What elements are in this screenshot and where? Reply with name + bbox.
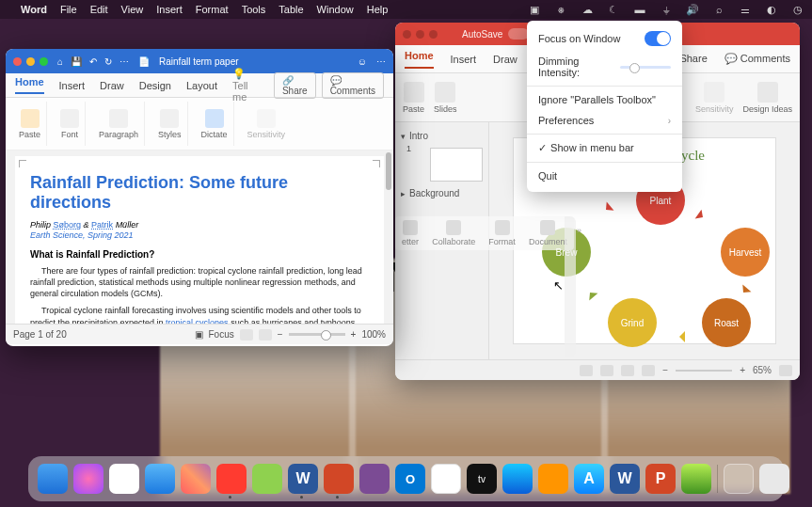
zoom-slider[interactable] [676,370,732,372]
tab-draw[interactable]: Draw [100,80,124,91]
zoom-slider[interactable] [289,333,345,336]
tell-me[interactable]: Tell me [232,80,248,103]
menu-edit[interactable]: Edit [90,4,108,15]
tab-layout[interactable]: Layout [186,80,217,91]
status-tray-icon[interactable]: ▣ [528,3,541,16]
styles-icon[interactable] [160,109,179,128]
dock-parallels-win[interactable] [324,464,354,494]
minimize-icon[interactable] [416,30,424,39]
dock-word2[interactable]: W [610,464,640,494]
document-paper[interactable]: Rainfall Prediction: Some future directi… [15,156,384,324]
ignore-option[interactable]: Ignore "Parallels Toolbox" [538,94,656,105]
status-clock-icon[interactable]: ◷ [791,3,804,16]
word-titlebar[interactable]: ⌂ 💾 ↶ ↻ ⋯ 📄 Rainfall term paper ☺ ⋯ [6,49,393,73]
status-tray-icon[interactable]: ⎈ [554,3,567,16]
status-moon-icon[interactable]: ☾ [607,3,620,16]
dock-books[interactable] [538,464,568,494]
menu-tools[interactable]: Tools [242,4,266,15]
dock-siri[interactable] [73,464,103,494]
overflow-icon[interactable]: ⋯ [376,56,386,67]
status-search-icon[interactable]: ⌕ [712,3,725,16]
font-icon[interactable] [60,109,79,128]
sync-icon[interactable]: ☺ [358,56,367,67]
dock-app2[interactable] [681,464,711,494]
page-indicator[interactable]: Page 1 of 20 [13,329,67,340]
tab-insert[interactable]: Insert [59,80,86,91]
chevron-right-icon[interactable]: ▸ [401,189,406,198]
dock-safari[interactable] [145,464,175,494]
view-normal-icon[interactable] [580,365,593,376]
design-ideas-icon[interactable] [757,82,778,103]
dock-downloads[interactable] [724,464,754,494]
paste-icon[interactable] [404,82,424,103]
more-icon[interactable]: ⋯ [119,56,129,67]
dock-powerpoint[interactable]: P [645,464,676,494]
hyperlink[interactable]: tropical cyclones [166,318,229,324]
comments-button[interactable]: 💬 Comments [322,72,384,99]
vertical-scrollbar[interactable] [386,152,391,190]
app-name[interactable]: Word [21,4,47,15]
menu-file[interactable]: File [60,4,77,15]
menu-table[interactable]: Table [279,4,303,15]
tab-draw[interactable]: Draw [493,54,517,65]
status-control-center-icon[interactable]: ⚌ [739,3,752,16]
dock-trash[interactable] [759,464,789,494]
dock-app[interactable] [252,464,282,494]
focus-on-window[interactable]: Focus on Window [538,33,620,44]
dock-photos[interactable] [181,464,211,494]
status-battery-icon[interactable]: ▬ [633,3,646,16]
tab-home[interactable]: Home [405,50,434,69]
dock-onenote[interactable] [359,464,390,494]
status-wifi-icon[interactable]: ⏚ [660,3,673,16]
view-sorter-icon[interactable] [600,365,613,376]
share-button[interactable]: 🔗 Share [274,72,316,99]
word-page-area[interactable]: Rainfall Prediction: Some future directi… [6,151,393,324]
maximize-icon[interactable] [40,57,48,66]
paragraph-icon[interactable] [109,109,128,128]
menu-insert[interactable]: Insert [156,4,183,15]
focus-toggle[interactable] [645,31,671,46]
dock-appstore[interactable]: A [574,464,604,494]
view-print-icon[interactable] [240,329,253,341]
show-in-menu-bar[interactable]: Show in menu bar [550,142,634,153]
view-slideshow-icon[interactable] [642,365,655,376]
chevron-down-icon[interactable]: ▾ [401,132,406,141]
redo-icon[interactable]: ↻ [104,56,112,67]
dock-outlook[interactable]: O [395,464,425,494]
menu-view[interactable]: View [121,4,144,15]
paste-icon[interactable] [21,109,40,128]
ppt-comments[interactable]: Comments [740,53,790,64]
chevron-right-icon[interactable]: » [577,226,581,235]
close-icon[interactable] [13,57,22,66]
view-web-icon[interactable] [259,329,272,341]
save-icon[interactable]: 💾 [71,56,82,67]
dock-edge[interactable] [502,464,533,494]
preferences-option[interactable]: Preferences [538,115,594,126]
dock-paint[interactable] [431,464,461,494]
dock-appletv[interactable]: tv [467,464,497,494]
maximize-icon[interactable] [429,30,438,39]
menu-window[interactable]: Window [317,4,354,15]
view-reading-icon[interactable] [621,365,634,376]
quit-option[interactable]: Quit [538,170,557,182]
outline-background[interactable]: Background [409,188,459,198]
dimming-slider[interactable] [620,66,671,69]
fit-icon[interactable] [779,365,792,376]
status-siri-icon[interactable]: ◐ [765,3,778,16]
tab-insert[interactable]: Insert [451,54,477,65]
tab-home[interactable]: Home [15,76,44,94]
status-tray-icon[interactable]: ☁ [581,3,594,16]
dock-finder[interactable] [38,464,68,494]
dock-parallels[interactable] [216,464,247,494]
slide-thumbnail[interactable] [430,148,483,182]
dictate-icon[interactable] [205,109,224,128]
menu-help[interactable]: Help [367,4,389,15]
undo-icon[interactable]: ↶ [89,56,97,67]
ppt-share[interactable]: Share [679,53,707,64]
home-icon[interactable]: ⌂ [57,56,63,67]
tab-design[interactable]: Design [139,80,171,91]
outline-intro[interactable]: Intro [409,131,428,141]
menu-format[interactable]: Format [196,4,229,15]
minimize-icon[interactable] [26,57,35,66]
status-volume-icon[interactable]: 🔊 [686,3,699,16]
